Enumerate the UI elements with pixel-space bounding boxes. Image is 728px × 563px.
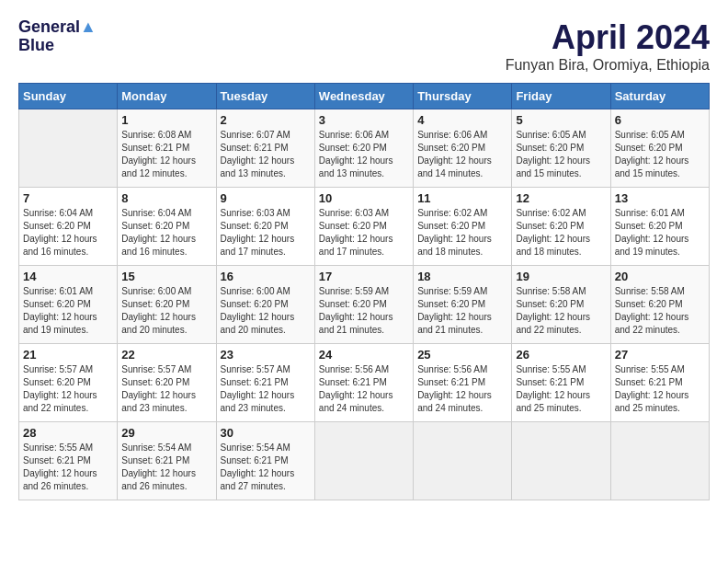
day-number: 29 [121, 426, 211, 440]
day-number: 6 [615, 113, 705, 127]
calendar-cell [512, 422, 610, 500]
day-info: Sunrise: 5:55 AM Sunset: 6:21 PM Dayligh… [516, 363, 606, 415]
calendar-cell: 30Sunrise: 5:54 AM Sunset: 6:21 PM Dayli… [216, 422, 314, 500]
day-info: Sunrise: 5:59 AM Sunset: 6:20 PM Dayligh… [417, 285, 507, 337]
logo: General▲Blue [18, 18, 97, 55]
day-number: 12 [516, 191, 606, 205]
day-info: Sunrise: 5:54 AM Sunset: 6:21 PM Dayligh… [221, 442, 311, 493]
day-number: 5 [516, 113, 606, 127]
calendar-cell: 2Sunrise: 6:07 AM Sunset: 6:21 PM Daylig… [216, 109, 314, 188]
day-number: 26 [516, 348, 606, 362]
calendar-cell: 8Sunrise: 6:04 AM Sunset: 6:20 PM Daylig… [118, 188, 216, 266]
calendar-cell: 1Sunrise: 6:08 AM Sunset: 6:21 PM Daylig… [118, 109, 216, 188]
day-number: 10 [319, 191, 409, 205]
day-info: Sunrise: 5:58 AM Sunset: 6:20 PM Dayligh… [615, 285, 705, 337]
calendar-day-header: Wednesday [314, 84, 413, 109]
calendar-cell [414, 422, 512, 500]
day-number: 8 [121, 191, 211, 205]
calendar-day-header: Sunday [19, 84, 118, 109]
calendar-day-header: Thursday [414, 84, 512, 109]
day-number: 20 [615, 270, 705, 283]
day-info: Sunrise: 5:59 AM Sunset: 6:20 PM Dayligh… [319, 285, 409, 337]
day-number: 30 [221, 426, 311, 440]
day-info: Sunrise: 5:54 AM Sunset: 6:21 PM Dayligh… [121, 442, 211, 493]
calendar-cell: 3Sunrise: 6:06 AM Sunset: 6:20 PM Daylig… [314, 109, 413, 188]
day-number: 22 [121, 348, 211, 362]
day-info: Sunrise: 5:56 AM Sunset: 6:21 PM Dayligh… [319, 363, 409, 415]
day-info: Sunrise: 6:02 AM Sunset: 6:20 PM Dayligh… [417, 207, 507, 259]
day-number: 2 [221, 113, 311, 127]
calendar-cell: 22Sunrise: 5:57 AM Sunset: 6:20 PM Dayli… [118, 344, 216, 422]
day-number: 17 [319, 270, 409, 283]
day-number: 16 [221, 270, 311, 283]
page-header: General▲Blue April 2024 Funyan Bira, Oro… [18, 18, 710, 74]
title-block: April 2024 Funyan Bira, Oromiya, Ethiopi… [506, 18, 710, 74]
calendar-cell [19, 109, 118, 188]
calendar-cell: 7Sunrise: 6:04 AM Sunset: 6:20 PM Daylig… [19, 188, 118, 266]
day-number: 13 [615, 191, 705, 205]
calendar-cell: 19Sunrise: 5:58 AM Sunset: 6:20 PM Dayli… [512, 266, 610, 344]
calendar-cell: 5Sunrise: 6:05 AM Sunset: 6:20 PM Daylig… [512, 109, 610, 188]
day-number: 3 [319, 113, 409, 127]
calendar-cell: 13Sunrise: 6:01 AM Sunset: 6:20 PM Dayli… [610, 188, 709, 266]
day-info: Sunrise: 5:58 AM Sunset: 6:20 PM Dayligh… [516, 285, 606, 337]
day-number: 1 [121, 113, 211, 127]
day-info: Sunrise: 6:01 AM Sunset: 6:20 PM Dayligh… [615, 207, 705, 259]
calendar-cell: 21Sunrise: 5:57 AM Sunset: 6:20 PM Dayli… [19, 344, 118, 422]
calendar-cell: 25Sunrise: 5:56 AM Sunset: 6:21 PM Dayli… [414, 344, 512, 422]
day-number: 11 [417, 191, 507, 205]
main-title: April 2024 [506, 18, 710, 57]
day-number: 25 [417, 348, 507, 362]
calendar-day-header: Monday [118, 84, 216, 109]
day-info: Sunrise: 6:00 AM Sunset: 6:20 PM Dayligh… [121, 285, 211, 337]
calendar-cell: 16Sunrise: 6:00 AM Sunset: 6:20 PM Dayli… [216, 266, 314, 344]
calendar-cell: 12Sunrise: 6:02 AM Sunset: 6:20 PM Dayli… [512, 188, 610, 266]
calendar-cell: 14Sunrise: 6:01 AM Sunset: 6:20 PM Dayli… [19, 266, 118, 344]
calendar-cell [610, 422, 709, 500]
day-info: Sunrise: 5:57 AM Sunset: 6:20 PM Dayligh… [23, 363, 113, 415]
calendar-cell: 18Sunrise: 5:59 AM Sunset: 6:20 PM Dayli… [414, 266, 512, 344]
day-info: Sunrise: 6:08 AM Sunset: 6:21 PM Dayligh… [121, 129, 211, 180]
day-info: Sunrise: 6:01 AM Sunset: 6:20 PM Dayligh… [23, 285, 113, 337]
calendar-cell: 29Sunrise: 5:54 AM Sunset: 6:21 PM Dayli… [118, 422, 216, 500]
day-number: 4 [417, 113, 507, 127]
day-number: 18 [417, 270, 507, 283]
calendar-cell: 27Sunrise: 5:55 AM Sunset: 6:21 PM Dayli… [610, 344, 709, 422]
calendar-header-row: SundayMondayTuesdayWednesdayThursdayFrid… [19, 84, 710, 109]
day-info: Sunrise: 6:02 AM Sunset: 6:20 PM Dayligh… [516, 207, 606, 259]
calendar-cell: 17Sunrise: 5:59 AM Sunset: 6:20 PM Dayli… [314, 266, 413, 344]
day-number: 15 [121, 270, 211, 283]
calendar-week-row: 28Sunrise: 5:55 AM Sunset: 6:21 PM Dayli… [19, 422, 710, 500]
day-number: 7 [23, 191, 113, 205]
day-number: 27 [615, 348, 705, 362]
day-info: Sunrise: 5:56 AM Sunset: 6:21 PM Dayligh… [417, 363, 507, 415]
calendar-table: SundayMondayTuesdayWednesdayThursdayFrid… [18, 83, 710, 500]
calendar-cell: 4Sunrise: 6:06 AM Sunset: 6:20 PM Daylig… [414, 109, 512, 188]
day-info: Sunrise: 6:06 AM Sunset: 6:20 PM Dayligh… [319, 129, 409, 180]
logo-text: General▲Blue [18, 18, 97, 55]
calendar-cell: 11Sunrise: 6:02 AM Sunset: 6:20 PM Dayli… [414, 188, 512, 266]
calendar-week-row: 21Sunrise: 5:57 AM Sunset: 6:20 PM Dayli… [19, 344, 710, 422]
day-info: Sunrise: 6:04 AM Sunset: 6:20 PM Dayligh… [23, 207, 113, 259]
calendar-cell: 28Sunrise: 5:55 AM Sunset: 6:21 PM Dayli… [19, 422, 118, 500]
day-info: Sunrise: 6:03 AM Sunset: 6:20 PM Dayligh… [221, 207, 311, 259]
day-info: Sunrise: 6:05 AM Sunset: 6:20 PM Dayligh… [516, 129, 606, 180]
day-info: Sunrise: 6:05 AM Sunset: 6:20 PM Dayligh… [615, 129, 705, 180]
calendar-day-header: Tuesday [216, 84, 314, 109]
calendar-day-header: Saturday [610, 84, 709, 109]
subtitle: Funyan Bira, Oromiya, Ethiopia [506, 57, 710, 74]
day-info: Sunrise: 5:55 AM Sunset: 6:21 PM Dayligh… [615, 363, 705, 415]
calendar-cell: 24Sunrise: 5:56 AM Sunset: 6:21 PM Dayli… [314, 344, 413, 422]
calendar-cell [314, 422, 413, 500]
calendar-cell: 23Sunrise: 5:57 AM Sunset: 6:21 PM Dayli… [216, 344, 314, 422]
day-number: 28 [23, 426, 113, 440]
day-info: Sunrise: 6:00 AM Sunset: 6:20 PM Dayligh… [221, 285, 311, 337]
day-info: Sunrise: 6:03 AM Sunset: 6:20 PM Dayligh… [319, 207, 409, 259]
calendar-week-row: 7Sunrise: 6:04 AM Sunset: 6:20 PM Daylig… [19, 188, 710, 266]
day-number: 9 [221, 191, 311, 205]
calendar-cell: 10Sunrise: 6:03 AM Sunset: 6:20 PM Dayli… [314, 188, 413, 266]
day-number: 23 [221, 348, 311, 362]
day-info: Sunrise: 5:57 AM Sunset: 6:20 PM Dayligh… [121, 363, 211, 415]
calendar-week-row: 1Sunrise: 6:08 AM Sunset: 6:21 PM Daylig… [19, 109, 710, 188]
calendar-cell: 20Sunrise: 5:58 AM Sunset: 6:20 PM Dayli… [610, 266, 709, 344]
